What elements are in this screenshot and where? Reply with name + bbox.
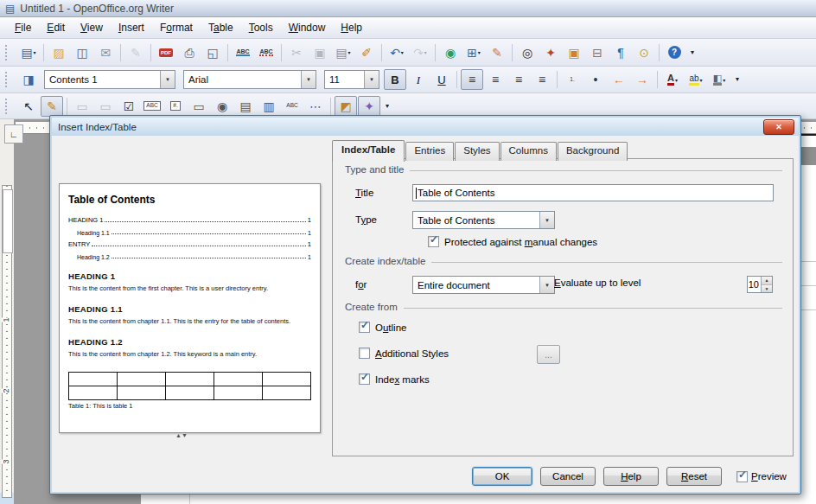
align-left-icon[interactable]: ≡ [461, 69, 483, 90]
navigator-icon[interactable]: ✦ [539, 42, 562, 63]
preview-checkbox[interactable] [736, 471, 748, 482]
evaluate-level-spinner[interactable]: 10 ▲ ▼ [747, 276, 773, 293]
for-select[interactable]: Entire document [412, 276, 555, 294]
combo-dropdown-button[interactable] [160, 71, 175, 88]
data-sources-icon[interactable]: ⊟ [586, 42, 609, 63]
tab-columns[interactable]: Columns [500, 142, 557, 161]
more-controls-icon[interactable]: ⋯ [304, 96, 327, 117]
highlighting-icon[interactable]: ab▾ [685, 69, 707, 90]
combo-dropdown-button[interactable] [301, 71, 316, 88]
protected-checkbox[interactable] [428, 236, 439, 247]
page-preview-icon[interactable]: ◱ [201, 42, 224, 63]
tab-entries[interactable]: Entries [405, 142, 454, 161]
italic-icon[interactable]: I [407, 69, 430, 90]
font-size-combo[interactable]: 11 [324, 70, 379, 89]
toolbar-options-icon[interactable]: ▾ [381, 96, 393, 117]
font-color-icon[interactable]: A▾ [661, 69, 684, 90]
dropdown-caret-icon[interactable]: ▾ [424, 49, 427, 55]
form-design-icon[interactable]: ◩ [335, 96, 357, 117]
auto-spellcheck-icon[interactable]: ABC [255, 42, 277, 63]
toolbar-grip[interactable] [5, 45, 11, 61]
label-field-icon[interactable]: ABC [281, 96, 303, 117]
spinner-down-icon[interactable]: ▼ [762, 285, 772, 293]
option-button-icon[interactable]: ◉ [211, 96, 233, 117]
dropdown-caret-icon[interactable]: ▾ [34, 49, 36, 55]
help-button[interactable]: Help [603, 467, 659, 486]
format-paintbrush-icon[interactable]: ✐ [355, 42, 378, 63]
open-icon[interactable]: ▨ [48, 42, 70, 63]
paragraph-style-combo[interactable]: Contents 1 [44, 70, 175, 89]
nonprinting-characters-icon[interactable]: ¶ [609, 42, 632, 63]
draw-functions-icon[interactable]: ✎ [486, 42, 508, 63]
cancel-button[interactable]: Cancel [540, 467, 596, 486]
outline-checkbox[interactable] [359, 322, 370, 333]
zoom-icon[interactable]: ⊙ [633, 42, 655, 63]
menu-view[interactable]: View [73, 19, 111, 36]
index-marks-checkbox[interactable] [359, 373, 370, 385]
reset-button[interactable]: Reset [666, 467, 722, 486]
tab-background[interactable]: Background [558, 142, 628, 161]
underline-icon[interactable]: U [430, 69, 453, 90]
align-center-icon[interactable]: ≡ [484, 69, 507, 90]
type-select[interactable]: Table of Contents [412, 211, 555, 229]
email-document-icon[interactable]: ✉ [94, 42, 117, 63]
save-icon[interactable]: ◫ [71, 42, 93, 63]
bullets-icon[interactable]: • [584, 69, 607, 90]
help-icon[interactable]: ? [663, 42, 685, 63]
combo-dropdown-button[interactable] [364, 71, 379, 88]
spellcheck-icon[interactable]: ABC [232, 42, 254, 63]
push-button-icon[interactable]: ▭ [188, 96, 210, 117]
font-name-combo[interactable]: Arial [183, 70, 316, 89]
dropdown-caret-icon[interactable]: ▾ [700, 77, 703, 83]
menu-table[interactable]: Table [201, 19, 241, 36]
paste-icon[interactable]: ▤▾ [332, 42, 354, 63]
list-box-icon[interactable]: ▤ [234, 96, 257, 117]
align-right-icon[interactable]: ≡ [507, 69, 530, 90]
tab-stop-selector-button[interactable]: ∟ [4, 124, 23, 144]
dropdown-caret-icon[interactable]: ▾ [401, 49, 404, 55]
print-icon[interactable]: ⎙ [178, 42, 201, 63]
dropdown-caret-icon[interactable]: ▾ [348, 49, 351, 55]
combo-box-icon[interactable]: ▥ [258, 96, 280, 117]
ok-button[interactable]: OK [472, 467, 532, 486]
background-color-icon[interactable]: ◧▾ [708, 69, 730, 90]
undo-icon[interactable]: ↶▾ [386, 42, 408, 63]
text-box-icon[interactable]: ABC [141, 96, 163, 117]
table-icon[interactable]: ⊞▾ [462, 42, 485, 63]
styles-formatting-icon[interactable]: ◨ [17, 69, 40, 90]
dialog-titlebar[interactable]: Insert Index/Table [52, 118, 799, 136]
menu-window[interactable]: Window [281, 19, 334, 36]
title-input[interactable]: Table of Contents [412, 184, 774, 201]
additional-styles-checkbox[interactable] [359, 348, 370, 359]
additional-styles-browse-button[interactable]: ... [537, 345, 560, 364]
new-document-icon[interactable]: ▤▾ [17, 42, 40, 63]
dropdown-caret-icon[interactable]: ▾ [723, 77, 725, 83]
menu-format[interactable]: Format [152, 19, 201, 36]
bold-icon[interactable]: B [384, 69, 406, 90]
design-mode-icon[interactable]: ✎ [41, 96, 63, 117]
menu-file[interactable]: File [7, 19, 39, 36]
vertical-ruler[interactable]: 123 [2, 185, 12, 498]
wizards-icon[interactable]: ✦ [358, 96, 380, 117]
dropdown-caret-icon[interactable]: ▾ [675, 77, 678, 83]
hyperlink-icon[interactable]: ◉ [439, 42, 462, 63]
spinner-up-icon[interactable]: ▲ [762, 277, 772, 285]
menu-tools[interactable]: Tools [241, 19, 281, 36]
toolbar-options-icon[interactable]: ▾ [731, 69, 743, 90]
menu-insert[interactable]: Insert [111, 19, 152, 36]
combo-dropdown-button[interactable] [539, 277, 554, 293]
tab-styles[interactable]: Styles [455, 142, 499, 161]
decrease-indent-icon[interactable]: ← [608, 69, 630, 90]
dialog-close-icon[interactable]: ✕ [763, 119, 794, 135]
increase-indent-icon[interactable]: → [631, 69, 653, 90]
dropdown-caret-icon[interactable]: ▾ [478, 49, 481, 55]
gallery-icon[interactable]: ▣ [563, 42, 585, 63]
check-box-icon[interactable]: ☑ [118, 96, 140, 117]
toolbar-grip[interactable] [5, 99, 11, 114]
preview-resize-handle[interactable]: ▲▼ [175, 432, 188, 438]
combo-dropdown-button[interactable] [539, 212, 554, 228]
toolbar-options-icon[interactable]: ▾ [686, 42, 698, 63]
menu-edit[interactable]: Edit [39, 19, 73, 36]
toolbar-grip[interactable] [5, 72, 11, 87]
menu-help[interactable]: Help [333, 19, 370, 36]
